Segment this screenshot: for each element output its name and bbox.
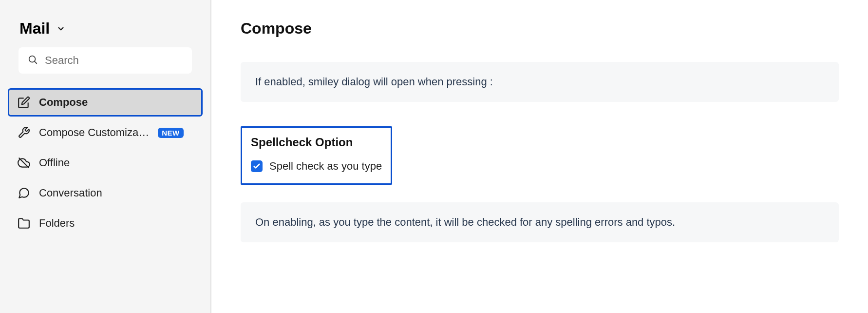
sidebar-item-offline[interactable]: Offline xyxy=(8,149,203,177)
search-input[interactable] xyxy=(45,54,183,67)
page-title: Compose xyxy=(241,20,839,38)
sidebar-title: Mail xyxy=(19,20,50,38)
compose-icon xyxy=(18,96,30,109)
sidebar-item-label: Folders xyxy=(39,217,75,230)
sidebar-item-compose-customization[interactable]: Compose Customiza… NEW xyxy=(8,118,203,147)
sidebar-item-conversation[interactable]: Conversation xyxy=(8,179,203,207)
sidebar-item-label: Compose Customiza… xyxy=(39,126,149,139)
folder-icon xyxy=(18,217,30,230)
spellcheck-checkbox-label: Spell check as you type xyxy=(269,160,382,173)
sidebar-item-label: Compose xyxy=(39,96,88,109)
spellcheck-info-box: On enabling, as you type the content, it… xyxy=(241,202,839,242)
sidebar-item-label: Conversation xyxy=(39,187,102,199)
tools-icon xyxy=(18,126,30,139)
sidebar-header-dropdown[interactable]: Mail xyxy=(0,15,210,47)
main-content: Compose If enabled, smiley dialog will o… xyxy=(211,0,868,313)
search-box[interactable] xyxy=(19,47,192,74)
search-container xyxy=(0,47,210,88)
search-icon xyxy=(27,54,38,67)
cloud-off-icon xyxy=(18,156,30,169)
sidebar-nav: Compose Compose Customiza… NEW Offline C… xyxy=(0,88,210,237)
new-badge: NEW xyxy=(158,128,184,138)
sidebar-item-folders[interactable]: Folders xyxy=(8,209,203,237)
spellcheck-option-block: Spellcheck Option Spell check as you typ… xyxy=(241,126,392,185)
sidebar-item-compose[interactable]: Compose xyxy=(8,88,203,117)
chevron-down-icon xyxy=(55,22,67,35)
conversation-icon xyxy=(18,187,30,199)
spellcheck-checkbox-row[interactable]: Spell check as you type xyxy=(251,160,382,173)
spellcheck-heading: Spellcheck Option xyxy=(251,136,382,149)
sidebar-item-label: Offline xyxy=(39,156,70,169)
sidebar: Mail Compose Compose Customiza… NEW xyxy=(0,0,211,313)
smiley-info-box: If enabled, smiley dialog will open when… xyxy=(241,62,839,102)
svg-line-1 xyxy=(35,61,37,63)
spellcheck-checkbox[interactable] xyxy=(251,160,263,172)
